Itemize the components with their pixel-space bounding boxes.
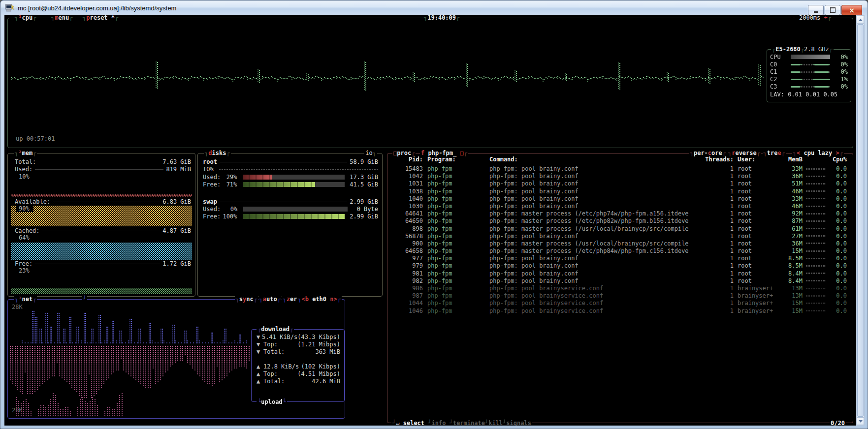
proc-row[interactable]: 1030php-fpmphp-fpm: pool brainy.conf1roo… xyxy=(391,203,852,210)
mem-box: ┐²mem┌ Total:7.63 GiB Used:819 MiB 10% A… xyxy=(7,153,195,297)
cpu-mini-graph xyxy=(805,220,826,223)
proc-row[interactable]: 1038php-fpmphp-fpm: pool brainy.conf1roo… xyxy=(391,188,852,195)
info-button[interactable]: info xyxy=(432,420,446,426)
proc-row[interactable]: 1042php-fpmphp-fpm: pool brainy.conf1roo… xyxy=(391,173,852,180)
interval-minus-button[interactable]: - xyxy=(792,15,795,21)
menu-button[interactable]: ┐menu┌ xyxy=(50,15,73,21)
col-user[interactable]: User: xyxy=(738,156,780,163)
cpu-mini-graph xyxy=(805,175,826,178)
cpu-freq: 2.8 GHz xyxy=(804,46,829,53)
kill-button[interactable]: kill xyxy=(488,420,503,426)
close-button[interactable]: × xyxy=(841,5,862,15)
proc-row[interactable]: 1040php-fpmphp-fpm: pool brainy.conf1roo… xyxy=(391,195,852,203)
proc-row[interactable]: 982php-fpmphp-fpm: pool brainy.conf1root… xyxy=(391,277,852,285)
scroll-down-button[interactable] xyxy=(857,417,864,425)
mem-box-title[interactable]: ┐²mem┌ xyxy=(14,150,37,156)
interval-plus-button[interactable]: + xyxy=(824,15,828,21)
tree-toggle[interactable]: ┐tree┌ xyxy=(763,150,786,156)
signals-button[interactable]: signals xyxy=(506,420,531,426)
cpu-mini-graph xyxy=(805,279,826,282)
col-cpu[interactable]: Cpu% xyxy=(829,156,847,163)
cpu-core-row: C00% xyxy=(767,61,851,68)
cpu-core-row: C10% xyxy=(767,68,851,75)
up-arrow-icon: ▲ xyxy=(257,378,263,385)
disk-root-row: root58.9 GiB xyxy=(203,158,378,165)
titlebar[interactable]: mc [root@ub24.itdeveloper.com.ua]:/lib/s… xyxy=(1,1,867,15)
col-program[interactable]: Program: xyxy=(427,156,489,163)
cpu-mini-graph xyxy=(805,235,826,238)
proc-row[interactable]: 979php-fpmphp-fpm: pool brainy.conf1root… xyxy=(391,262,852,270)
disks-box-title[interactable]: ┐disks┌ xyxy=(204,150,231,156)
maximize-button[interactable] xyxy=(825,5,840,15)
cpu-core-row: C21% xyxy=(767,75,851,83)
mem-free-pct: 23% xyxy=(19,267,30,274)
cpu-mini-graph xyxy=(805,309,826,312)
col-mem[interactable]: MemB xyxy=(780,156,803,163)
proc-row[interactable]: 900php-fpmphp-fpm: master process (/usr/… xyxy=(391,240,852,247)
col-command[interactable]: Command: xyxy=(489,156,704,163)
cpu-core-row: C30% xyxy=(767,83,851,90)
sort-prev-button[interactable]: < xyxy=(797,150,800,156)
cpu-mini-graph xyxy=(805,250,826,253)
close-icon: × xyxy=(849,7,855,14)
io-toggle[interactable]: io┐ xyxy=(364,150,377,156)
interface-selector[interactable]: ┐<b eth0 n>┌ xyxy=(297,296,342,303)
per-core-toggle[interactable]: ┐per-core┌ xyxy=(689,150,727,156)
proc-row[interactable]: 987php-fpmphp-fpm: pool brainyservice.co… xyxy=(391,292,852,300)
mem-cached-pct: 64% xyxy=(19,234,30,241)
proc-row[interactable]: 977php-fpmphp-fpm: pool brainy.conf1root… xyxy=(391,255,852,262)
cpu-tab-label: cpu xyxy=(22,15,32,21)
select-button[interactable]: select xyxy=(403,420,424,426)
proc-row[interactable]: 56878php-fpmphp-fpm: pool brainy.conf1ro… xyxy=(391,233,852,240)
net-stats-box: ┌download┌ └upload└ ▼5.41 KiB/s(43.3 Kib… xyxy=(251,329,345,402)
interval-control: - 2000ms +┌ xyxy=(791,15,832,21)
sort-next-button[interactable]: > xyxy=(836,150,839,156)
download-total-row: ▼Total:363 MiB xyxy=(257,348,340,355)
upload-title: └upload└ xyxy=(257,398,287,405)
preset-button[interactable]: ┐preset *┌ xyxy=(82,15,119,21)
proc-row[interactable]: 981php-fpmphp-fpm: pool brainy.conf1root… xyxy=(391,270,852,277)
proc-row[interactable]: 64650php-fpmphp-fpm: master process (/et… xyxy=(391,217,852,225)
terminate-button[interactable]: terminate xyxy=(453,420,485,426)
proc-box-title[interactable]: □proc┌ xyxy=(392,150,416,156)
proc-row[interactable]: 986php-fpmphp-fpm: pool brainyservice.co… xyxy=(391,285,852,292)
cpu-box-title[interactable]: ┐¹cpu┌ xyxy=(14,15,37,21)
col-pid[interactable]: Pid: xyxy=(391,156,423,163)
cpu-mini-graph xyxy=(805,242,826,245)
proc-row[interactable]: 1044php-fpmphp-fpm: pool brainyservice.c… xyxy=(391,300,852,307)
proc-row[interactable]: 64658php-fpmphp-fpm: master process (/et… xyxy=(391,247,852,255)
mem-available-graph xyxy=(11,206,192,226)
col-threads[interactable]: Threads: xyxy=(704,156,734,163)
proc-row[interactable]: 1046php-fpmphp-fpm: pool brainyservice.c… xyxy=(391,307,852,315)
core-usage-meter xyxy=(791,55,830,59)
interval-value: 2000ms xyxy=(799,15,820,21)
proc-row[interactable]: 1031php-fpmphp-fpm: pool brainy.conf1roo… xyxy=(391,180,852,187)
terminal-scrollbar[interactable] xyxy=(856,15,865,426)
clock: ┐19:40:09┌ xyxy=(423,15,460,21)
proc-row[interactable]: 898php-fpmphp-fpm: master process (/usr/… xyxy=(391,225,852,233)
uptime: up 00:57:01 xyxy=(16,135,55,142)
disks-box: ┐disks┌ io┐ root58.9 GiB IO% Used:29% 17… xyxy=(197,153,383,297)
prev-interface-button[interactable]: <b xyxy=(301,296,308,303)
scroll-up-icon xyxy=(859,19,863,21)
minimize-button[interactable] xyxy=(808,5,824,15)
filter-input[interactable]: f php-fpm_ □┌ xyxy=(420,150,468,156)
scroll-up-button[interactable] xyxy=(857,16,864,24)
core-usage-meter xyxy=(791,78,830,81)
down-arrow-icon: ▼ xyxy=(257,341,263,348)
download-title: ┌download┌ xyxy=(257,326,294,333)
mem-cached-graph xyxy=(11,243,192,260)
net-box-title[interactable]: ┐³net┌ xyxy=(14,296,37,303)
sync-toggle[interactable]: ┐sync┌ xyxy=(235,296,258,303)
next-interface-button[interactable]: n> xyxy=(330,296,337,303)
upload-speed-row: ▲12.8 KiB/s(102 Kibps) xyxy=(257,363,340,370)
mem-available-pct: 90% xyxy=(19,205,30,212)
mem-free-graph xyxy=(11,288,192,294)
proc-row[interactable]: 64641php-fpmphp-fpm: master process (/et… xyxy=(391,210,852,217)
proc-row[interactable]: 15483php-fpmphp-fpm: pool brainy.conf1ro… xyxy=(391,165,852,173)
disk-swap-free-row: Free:100% 2.99 GiB xyxy=(203,213,378,220)
sort-selector[interactable]: ┐< cpu lazy >┌ xyxy=(792,150,844,156)
reverse-toggle[interactable]: ┐reverse┌ xyxy=(727,150,761,156)
auto-toggle[interactable]: ┐auto┌ xyxy=(258,296,282,303)
scrollbar-thumb[interactable] xyxy=(857,24,864,417)
